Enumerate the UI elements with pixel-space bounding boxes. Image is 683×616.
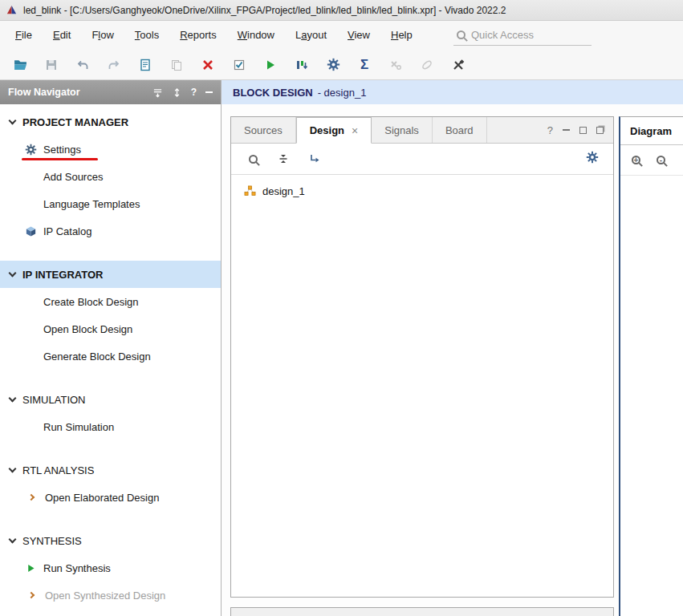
nav-section-synthesis[interactable]: SYNTHESIS: [0, 527, 221, 554]
redo-icon[interactable]: [107, 58, 121, 72]
tab-signals[interactable]: Signals: [372, 117, 433, 143]
flow-navigator-tree: PROJECT MANAGER Settings Add Sources Lan…: [0, 104, 221, 609]
zoom-out-icon[interactable]: -: [657, 156, 665, 164]
menu-item-edit[interactable]: Edit: [43, 21, 81, 50]
maximize-icon[interactable]: [596, 127, 604, 134]
nav-section-ip-integrator[interactable]: IP INTEGRATOR: [0, 261, 221, 288]
chevron-down-icon: [9, 394, 17, 402]
block-design-icon: [244, 185, 256, 197]
flow-navigator-header: Flow Navigator ?: [0, 80, 221, 104]
ip-catalog-icon: [24, 225, 37, 237]
menu-item-view[interactable]: View: [337, 21, 380, 50]
chevron-right-icon[interactable]: [28, 592, 35, 598]
nav-item-run-synthesis[interactable]: Run Synthesis: [0, 554, 221, 582]
menu-item-file[interactable]: File: [5, 21, 43, 50]
chevron-down-icon: [9, 535, 17, 543]
settings-underline-annotation: [22, 158, 98, 160]
run-steps-icon[interactable]: [295, 58, 309, 72]
tab-sources[interactable]: Sources: [231, 117, 296, 143]
panel-tab-bar: Sources Design × Signals Board ?: [231, 117, 613, 144]
tab-board[interactable]: Board: [433, 117, 487, 143]
run-synthesis-play-icon: [24, 561, 37, 574]
settings-icon[interactable]: [326, 58, 340, 72]
title-bar: led_blink - [C:/Users/Ganghyeok/OneDrive…: [0, 0, 683, 21]
validate-design-icon[interactable]: [232, 58, 246, 72]
zoom-in-icon[interactable]: +: [632, 156, 640, 164]
chevron-down-icon: [9, 116, 17, 124]
tab-design[interactable]: Design ×: [296, 117, 372, 144]
workspace: Sources Design × Signals Board ?: [222, 104, 683, 616]
view-reports-icon[interactable]: [138, 58, 152, 72]
block-design-document: - design_1: [318, 87, 367, 99]
gear-icon: [24, 143, 37, 156]
tab-diagram[interactable]: Diagram: [620, 117, 683, 145]
lower-panel-edge: [230, 607, 614, 616]
menu-item-flow[interactable]: Flow: [81, 21, 124, 50]
design-tree-toolbar: [231, 144, 613, 175]
nav-item-language-templates[interactable]: Language Templates: [0, 190, 221, 217]
nav-item-run-simulation[interactable]: Run Simulation: [0, 413, 221, 440]
menu-item-layout[interactable]: Layout: [285, 21, 337, 50]
flow-navigator-panel: Flow Navigator ? PROJECT MANAGER Setting…: [0, 80, 222, 616]
design-tree-panel: Sources Design × Signals Board ?: [230, 116, 614, 598]
quick-access-placeholder: Quick Access: [471, 29, 534, 41]
tools-unavailable-icon: [451, 58, 465, 72]
float-icon[interactable]: [579, 127, 587, 134]
nav-item-open-elaborated-design[interactable]: Open Elaborated Design: [0, 484, 221, 511]
nav-section-simulation[interactable]: SIMULATION: [0, 386, 221, 413]
save-icon[interactable]: [44, 58, 59, 72]
copy-icon[interactable]: [169, 58, 184, 72]
collapse-all-icon[interactable]: [152, 87, 163, 98]
quick-access-search[interactable]: Quick Access: [453, 25, 592, 46]
nav-section-rtl-analysis[interactable]: RTL ANALYSIS: [0, 456, 221, 484]
nav-section-project-manager[interactable]: PROJECT MANAGER: [0, 108, 221, 136]
minimize-icon[interactable]: [563, 129, 570, 131]
nav-item-ip-catalog[interactable]: IP Catalog: [0, 217, 221, 245]
delete-icon[interactable]: [201, 58, 215, 72]
panel-settings-gear-icon[interactable]: [586, 151, 613, 167]
main-toolbar: Σ: [0, 50, 683, 80]
nav-item-create-block-design[interactable]: Create Block Design: [0, 288, 221, 315]
nav-item-open-block-design[interactable]: Open Block Design: [0, 315, 221, 342]
window-title: led_blink - [C:/Users/Ganghyeok/OneDrive…: [23, 5, 506, 16]
sum-reports-icon[interactable]: Σ: [357, 58, 372, 72]
nav-item-open-synthesized-design[interactable]: Open Synthesized Design: [0, 582, 221, 609]
vivado-window: led_blink - [C:/Users/Ganghyeok/OneDrive…: [0, 0, 683, 616]
open-project-icon[interactable]: [13, 58, 27, 72]
chevron-down-icon: [9, 269, 17, 277]
disabled-tool-b-icon: [420, 58, 434, 72]
block-design-header: BLOCK DESIGN - design_1: [222, 80, 683, 104]
diagram-panel: Diagram + -: [619, 116, 683, 616]
expand-collapse-icon[interactable]: [172, 87, 182, 98]
menu-item-help[interactable]: Help: [380, 21, 423, 50]
menu-item-reports[interactable]: Reports: [169, 21, 227, 50]
nav-item-generate-block-design[interactable]: Generate Block Design: [0, 342, 221, 370]
menu-bar: File Edit Flow Tools Reports Window Layo…: [0, 21, 683, 50]
expand-hierarchy-icon[interactable]: [309, 153, 320, 164]
run-icon[interactable]: [263, 58, 278, 72]
collapse-all-icon[interactable]: [278, 153, 289, 164]
chevron-right-icon[interactable]: [28, 494, 35, 500]
block-design-title: BLOCK DESIGN: [233, 87, 313, 99]
help-icon[interactable]: ?: [191, 87, 197, 98]
menu-item-window[interactable]: Window: [227, 21, 285, 50]
panel-window-controls: ?: [547, 117, 613, 143]
search-icon[interactable]: [249, 155, 258, 164]
minimize-icon[interactable]: [205, 91, 213, 93]
search-icon: [457, 30, 465, 39]
flow-navigator-title: Flow Navigator: [8, 87, 80, 98]
menu-item-tools[interactable]: Tools: [124, 21, 169, 50]
help-icon[interactable]: ?: [547, 124, 553, 136]
vivado-logo-icon: [6, 4, 18, 16]
nav-item-add-sources[interactable]: Add Sources: [0, 163, 221, 190]
diagram-toolbar: + -: [620, 145, 683, 176]
close-icon[interactable]: ×: [352, 125, 358, 136]
tree-item-design-1[interactable]: design_1: [231, 175, 613, 197]
disabled-tool-a-icon: [388, 58, 403, 72]
undo-icon[interactable]: [75, 58, 90, 72]
chevron-down-icon: [9, 464, 17, 472]
